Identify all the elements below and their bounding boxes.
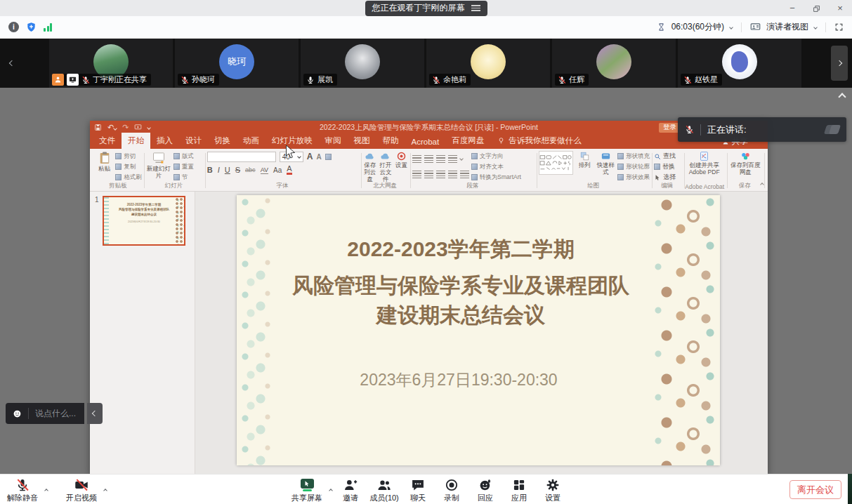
save-icon[interactable] [94, 124, 102, 131]
close-button[interactable]: × [835, 3, 845, 13]
slide-subtitle[interactable]: 2023年6月27日19:30-20:30 [237, 369, 681, 391]
participant-tile[interactable]: 余艳莉 [426, 39, 550, 88]
new-slide-button[interactable]: 新建幻灯片 [146, 151, 171, 183]
ppt-tab[interactable]: 帮助 [376, 133, 405, 149]
save-to-cloud-button[interactable]: 保存到云盘 [363, 151, 376, 183]
align-buttons[interactable] [412, 171, 469, 178]
arrange-button[interactable]: 排列 [575, 151, 594, 183]
find-button[interactable]: 查找 [654, 152, 676, 161]
slide-thumbnail[interactable]: 2022-2023学年第二学期 风险管理与保险学系专业及课程团队 建设期末总结会… [103, 196, 185, 246]
toolbar-item-chat[interactable]: 聊天 [401, 477, 435, 503]
ppt-tab[interactable]: 视图 [348, 133, 376, 149]
tell-me-box[interactable]: 告诉我你想要做什么 [490, 133, 589, 149]
leave-meeting-button[interactable]: 离开会议 [789, 480, 841, 499]
font-style-button-1[interactable]: I [218, 166, 220, 174]
expand-options-chevron[interactable] [104, 482, 107, 495]
cloud-settings-button[interactable]: 设置 [395, 151, 408, 183]
shape-effects-button[interactable]: 形状效果 [617, 173, 650, 182]
text-direction-button[interactable]: 文字方向 [471, 152, 521, 161]
font-name-combo[interactable] [207, 152, 276, 162]
font-style-button-7[interactable]: A [287, 165, 291, 175]
reset-button[interactable]: 重置 [173, 163, 194, 171]
ppt-tab[interactable]: 动画 [237, 133, 266, 149]
minimize-button[interactable]: − [787, 3, 797, 13]
decrease-font-button[interactable]: A [316, 153, 321, 161]
toolbar-item-invite[interactable]: 邀请 [334, 477, 367, 503]
cut-button[interactable]: 剪切 [115, 152, 142, 161]
ppt-tab[interactable]: 开始 [122, 133, 150, 149]
toolbar-item-cam-off[interactable]: 开启视频 [65, 477, 98, 503]
customize-qat-icon[interactable] [148, 126, 152, 130]
create-pdf-button[interactable]: 创建并共享 Adobe PDF [686, 151, 723, 183]
collapse-ribbon-button[interactable] [761, 176, 763, 189]
toolbar-item-record[interactable]: 录制 [435, 477, 468, 503]
font-style-button-4[interactable]: abc [245, 166, 256, 173]
layout-button[interactable]: 版式 [173, 152, 194, 161]
paste-button[interactable]: 粘贴 [96, 151, 113, 183]
collapse-strip-button[interactable] [839, 90, 845, 102]
start-slideshow-icon[interactable] [134, 124, 142, 131]
participant-tile[interactable]: 展凯 [301, 39, 424, 88]
font-style-button-3[interactable]: S [235, 166, 240, 174]
font-style-button-6[interactable]: Aa [273, 166, 282, 174]
expand-options-chevron[interactable] [329, 482, 332, 495]
replace-button[interactable]: 替换 [654, 162, 676, 171]
security-shield-icon[interactable] [26, 22, 37, 32]
ppt-tab[interactable]: 插入 [150, 133, 179, 149]
timer-dropdown-icon[interactable] [729, 25, 733, 29]
emoji-icon[interactable] [13, 409, 22, 418]
toolbar-item-apps[interactable]: 应用 [502, 477, 536, 503]
participant-tile[interactable]: 丁宇刚正在共享 [49, 39, 173, 88]
font-style-button-5[interactable]: AV [261, 166, 268, 174]
toolbar-item-react[interactable]: 回应 [468, 477, 502, 503]
strip-scroll-left-button[interactable] [4, 51, 20, 75]
undo-icon[interactable]: ↶ [107, 124, 117, 131]
meeting-info-icon[interactable]: i [8, 22, 19, 32]
toolbar-item-share-screen[interactable]: 共享屏幕 [290, 477, 324, 503]
toolbar-item-label: 开启视频 [66, 493, 97, 503]
shape-outline-button[interactable]: 形状轮廓 [617, 163, 650, 171]
ppt-tab[interactable]: 切换 [208, 133, 237, 149]
view-mode-selector[interactable]: 演讲者视图 [766, 21, 808, 33]
ppt-tab[interactable]: 审阅 [319, 133, 348, 149]
fullscreen-icon[interactable] [834, 22, 844, 32]
toolbar-item-mic-off[interactable]: 解除静音 [6, 477, 39, 503]
participant-tile[interactable]: 赵铁星 [678, 39, 801, 88]
select-button[interactable]: 选择 [654, 173, 676, 182]
slide[interactable]: 2022-2023学年第二学期 风险管理与保险学系专业及课程团队 建设期末总结会… [237, 195, 720, 465]
expand-options-chevron[interactable] [45, 482, 48, 495]
chat-collapse-button[interactable] [87, 403, 103, 424]
copy-button[interactable]: 复制 [115, 163, 142, 171]
save-to-baidu-button[interactable]: 保存到百度网盘 [729, 151, 762, 183]
redo-icon[interactable]: ↷ [122, 124, 129, 131]
banner-menu-icon[interactable] [471, 5, 480, 11]
toolbar-item-members[interactable]: 成员(10) [367, 477, 401, 503]
restore-button[interactable] [811, 3, 821, 13]
list-buttons[interactable] [412, 155, 469, 163]
smartart-button[interactable]: 转换为SmartArt [471, 173, 521, 182]
participant-tile[interactable]: 晓珂孙晓珂 [175, 39, 299, 88]
slide-title[interactable]: 2022-2023学年第二学期 风险管理与保险学系专业及课程团队 建设期末总结会… [286, 236, 636, 329]
section-button[interactable]: 节 [173, 173, 194, 182]
font-style-button-0[interactable]: B [207, 166, 213, 174]
ppt-tab[interactable]: 百度网盘 [445, 133, 490, 149]
align-text-button[interactable]: 对齐文本 [471, 163, 521, 171]
view-dropdown-icon[interactable] [813, 25, 818, 29]
shape-fill-button[interactable]: 形状填充 [617, 152, 650, 161]
ppt-tab[interactable]: 设计 [179, 133, 208, 149]
ppt-tab[interactable]: 文件 [93, 133, 122, 149]
participant-tile[interactable]: 任辉 [552, 39, 676, 88]
shapes-gallery[interactable] [539, 151, 573, 175]
increase-font-button[interactable]: A [307, 152, 313, 161]
chat-quick-input[interactable]: 说点什么... [6, 403, 84, 424]
format-painter-button[interactable]: 格式刷 [115, 173, 142, 182]
font-style-button-2[interactable]: U [225, 166, 230, 174]
strip-scroll-right-button[interactable] [831, 46, 848, 81]
ppt-tab[interactable]: Acrobat [405, 135, 446, 149]
clear-formatting-button[interactable] [325, 154, 332, 160]
quick-styles-button[interactable]: 快速样式 [596, 151, 615, 183]
watching-banner[interactable]: 您正在观看丁宇刚的屏幕 [365, 1, 487, 16]
toolbar-item-settings[interactable]: 设置 [536, 477, 570, 503]
open-cloud-file-button[interactable]: 打开云文件 [379, 151, 392, 183]
meeting-timer[interactable]: 06:03(60分钟) [671, 21, 724, 33]
